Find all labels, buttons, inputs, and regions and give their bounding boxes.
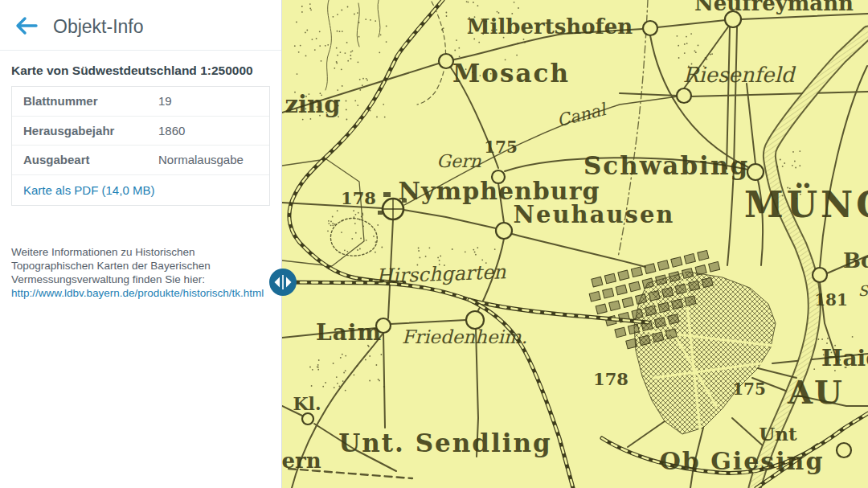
map-stipple-dot bbox=[686, 36, 687, 38]
map-stipple-dot bbox=[337, 14, 338, 15]
map-stipple-dot bbox=[437, 257, 439, 259]
city-block bbox=[645, 306, 657, 316]
map-label: Laim bbox=[316, 319, 382, 346]
map-stipple-dot bbox=[353, 210, 354, 211]
panel-resize-handle[interactable] bbox=[268, 268, 297, 297]
map-stipple-dot bbox=[381, 247, 383, 248]
city-block bbox=[684, 254, 695, 265]
map-stipple-dot bbox=[314, 49, 316, 51]
map-stipple-dot bbox=[341, 10, 342, 11]
map-stipple-dot bbox=[317, 364, 319, 366]
map-stipple-dot bbox=[366, 240, 367, 241]
map-stipple-dot bbox=[362, 225, 364, 227]
map-stipple-dot bbox=[347, 60, 349, 62]
pdf-download-link[interactable]: Karte als PDF (14,0 MB) bbox=[12, 183, 154, 197]
map-stipple-dot bbox=[319, 31, 321, 32]
map-stipple-dot bbox=[305, 32, 306, 34]
map-stipple-dot bbox=[297, 73, 298, 75]
map-stipple-dot bbox=[362, 78, 364, 80]
map-stipple-dot bbox=[678, 45, 679, 47]
map-stipple-dot bbox=[357, 249, 358, 251]
map-stipple-dot bbox=[332, 224, 334, 226]
city-block bbox=[626, 338, 637, 349]
city-block bbox=[653, 332, 664, 342]
map-stipple-dot bbox=[334, 387, 335, 388]
map-label: zing bbox=[285, 91, 341, 118]
map-stipple-dot bbox=[336, 61, 338, 63]
map-label: Neuhausen bbox=[514, 201, 675, 228]
map-stipple-dot bbox=[358, 36, 360, 38]
map-stipple-dot bbox=[366, 78, 367, 80]
map-stipple-dot bbox=[342, 354, 343, 355]
map-stipple-dot bbox=[343, 372, 345, 374]
map-label: AU bbox=[787, 373, 844, 411]
map-stipple-dot bbox=[386, 41, 387, 43]
map-label: Friedenheim. bbox=[402, 326, 527, 347]
map-stipple-dot bbox=[345, 52, 346, 54]
city-block bbox=[642, 278, 653, 289]
map-stipple-dot bbox=[298, 51, 300, 53]
map-stipple-dot bbox=[341, 68, 342, 70]
map-label: Schwabing bbox=[583, 151, 749, 180]
row-label: Herausgabejahr bbox=[12, 124, 158, 137]
map-stipple-dot bbox=[383, 386, 385, 388]
map-stipple-dot bbox=[327, 230, 329, 232]
map-label: Riesenfeld bbox=[683, 63, 796, 87]
map-stipple-dot bbox=[518, 7, 519, 9]
map-stipple-dot bbox=[334, 223, 336, 225]
city-block bbox=[631, 267, 642, 277]
map-label: Milbertshofen bbox=[467, 14, 633, 39]
map-stipple-dot bbox=[317, 366, 318, 367]
map-stipple-dot bbox=[465, 251, 466, 252]
back-button[interactable] bbox=[13, 14, 40, 39]
map-stipple-dot bbox=[301, 6, 303, 7]
map-stipple-dot bbox=[418, 248, 420, 249]
map-stipple-dot bbox=[346, 119, 348, 121]
map-canvas[interactable]: MilbertshofenNeufreymannMosachRiesenfeld… bbox=[282, 0, 868, 488]
map-stipple-dot bbox=[818, 338, 820, 340]
map-stipple-dot bbox=[359, 79, 361, 80]
map-stipple-dot bbox=[792, 165, 793, 166]
map-stipple-dot bbox=[350, 51, 352, 53]
map-stipple-dot bbox=[309, 8, 311, 10]
map-stipple-dot bbox=[705, 57, 706, 59]
ldbv-link[interactable]: http://www.ldbv.bayern.de/produkte/histo… bbox=[11, 286, 278, 300]
map-label: ern bbox=[282, 449, 321, 473]
map-stipple-dot bbox=[332, 223, 334, 224]
map-stipple-dot bbox=[341, 232, 342, 233]
map-stipple-dot bbox=[339, 31, 341, 32]
map-stipple-dot bbox=[309, 367, 311, 368]
city-block bbox=[671, 299, 682, 310]
map-stipple-dot bbox=[359, 219, 361, 220]
map-stipple-dot bbox=[420, 257, 421, 259]
map-stipple-dot bbox=[478, 42, 480, 43]
map-stipple-dot bbox=[375, 241, 377, 243]
city-block bbox=[668, 314, 679, 325]
map-town-marker bbox=[496, 223, 512, 239]
map-stipple-dot bbox=[446, 15, 448, 17]
map-stipple-dot bbox=[813, 368, 815, 370]
map-stipple-dot bbox=[524, 42, 526, 43]
map-stipple-dot bbox=[523, 39, 525, 40]
map-sheet-title: Karte von Südwestdeutschland 1:250000 bbox=[11, 64, 270, 78]
map-stipple-dot bbox=[429, 247, 431, 248]
map-stipple-dot bbox=[317, 369, 319, 371]
map-label: MÜNC bbox=[744, 182, 868, 225]
city-block bbox=[709, 261, 720, 272]
map-stipple-dot bbox=[780, 159, 781, 161]
map-stipple-dot bbox=[452, 248, 453, 250]
map-stipple-dot bbox=[325, 45, 326, 47]
objekt-info-panel: Objekt-Info Karte von Südwestdeutschland… bbox=[0, 0, 282, 488]
map-stipple-dot bbox=[355, 214, 357, 215]
map-stipple-dot bbox=[418, 250, 420, 252]
map-stipple-dot bbox=[336, 376, 338, 378]
table-row-herausgabejahr: Herausgabejahr 1860 bbox=[12, 117, 269, 146]
city-block bbox=[618, 270, 629, 281]
map-stipple-dot bbox=[342, 31, 343, 32]
map-stipple-dot bbox=[359, 89, 361, 91]
map-stipple-dot bbox=[346, 109, 347, 111]
map-stipple-dot bbox=[354, 223, 356, 224]
map-label: Mosach bbox=[452, 59, 570, 88]
map-town-marker bbox=[747, 164, 764, 180]
map-stipple-dot bbox=[706, 59, 707, 60]
